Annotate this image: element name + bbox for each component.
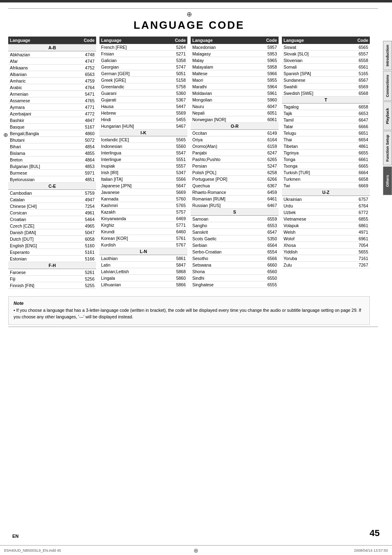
table-row: Armenian5471	[8, 91, 96, 97]
table-row: Laothian5861	[99, 255, 187, 262]
table-row: Tatar6666	[282, 123, 370, 130]
table-row: Italian [ITA]5566	[99, 176, 187, 182]
col-divider-2	[187, 37, 191, 289]
page-number: 45	[370, 528, 380, 539]
section-or: O-R	[191, 123, 279, 130]
reg-mark-left-top: ⊕	[3, 131, 8, 138]
table-row: Gujarati5367	[99, 97, 187, 103]
table-row: Korean [KOR]5761	[99, 235, 187, 242]
table-row: Japanese [JPN]5647	[99, 182, 187, 189]
table-row: Sesotho6566	[191, 255, 279, 262]
section-ik: I-K	[99, 129, 187, 136]
table-row: Czech [CZE]4965	[8, 223, 96, 229]
table-row: Arabic4764	[8, 84, 96, 91]
sidebar-tab-connections[interactable]: Connections	[383, 71, 392, 101]
section-s: S	[191, 209, 279, 216]
language-column-3: Language Code Macedonian5957 Malagasy595…	[191, 37, 279, 289]
table-row: Irish [IRI]5347	[99, 169, 187, 176]
bottom-left-text: E5H40UD_NB500SL9_EN.indd 45	[4, 548, 61, 553]
col4-lang-header: Language	[282, 37, 344, 44]
note-section: Note • If you choose a language that has…	[8, 296, 370, 325]
table-row: Inupiak5557	[99, 163, 187, 169]
bottom-reg-mark: ⊕	[194, 547, 198, 554]
table-row: Tagalog6658	[282, 104, 370, 110]
table-row: Nauru6047	[191, 103, 279, 110]
table-row: Zulu7267	[282, 262, 370, 268]
language-column-4: Language Code Siswat6565 Slovak [SLO]655…	[282, 37, 370, 289]
table-row: Afrikaans4752	[8, 64, 96, 71]
table-row: Bislama4855	[8, 150, 96, 157]
note-text: • If you choose a language that has a 3-…	[14, 307, 364, 320]
table-row: Interlingua5547	[99, 150, 187, 156]
top-decorative-line	[0, 0, 392, 2]
table-row: Tajik6653	[282, 110, 370, 117]
col1-code-header: Code	[70, 37, 96, 44]
table-row: Bulgarian [BUL]4853	[8, 163, 96, 170]
table-row: Nepali6051	[191, 110, 279, 116]
table-row: Romanian [RUM]6461	[191, 196, 279, 202]
table-row: Tonga6661	[282, 156, 370, 163]
top-border-line	[8, 8, 378, 9]
table-row: Catalan4947	[8, 196, 96, 203]
language-table-3: Language Code Macedonian5957 Malagasy595…	[191, 37, 279, 288]
table-row: Turkmen6658	[282, 176, 370, 182]
table-row: Faroese5261	[8, 269, 96, 276]
table-row: Lithuanian5866	[99, 281, 187, 288]
table-row: Tamil6647	[282, 117, 370, 123]
table-row: Xhosa7054	[282, 242, 370, 249]
page-container: Introduction Connections Playback Functi…	[0, 0, 392, 555]
table-row: Georgian5747	[99, 64, 187, 70]
table-row: Sanskrit6547	[191, 229, 279, 235]
col3-lang-header: Language	[191, 37, 255, 44]
table-row: Telugu6651	[282, 130, 370, 136]
table-row: Bihari4854	[8, 143, 96, 150]
table-row: Abkhazian4748	[8, 51, 96, 58]
table-row: Slovenian6558	[282, 57, 370, 64]
table-row: Finnish [FIN]5255	[8, 282, 96, 289]
table-row: Tsonga6665	[282, 163, 370, 169]
sidebar-tab-playback[interactable]: Playback	[383, 101, 392, 130]
table-row: Chinese [CHI]7254	[8, 203, 96, 210]
table-row: Malay5965	[191, 57, 279, 64]
language-table-2: Language Code French [FRE]5264 Frisian52…	[99, 37, 187, 288]
table-row: Swahili6569	[282, 83, 370, 90]
table-row: Azerbaijani4772	[8, 111, 96, 117]
table-row: Ukrainian6757	[282, 196, 370, 203]
sidebar-tab-others[interactable]: Others	[383, 166, 392, 195]
table-row: Fiji5256	[8, 276, 96, 282]
table-row: Latvian;Lettish5868	[99, 268, 187, 275]
section-t: T	[282, 97, 370, 104]
table-row: Yiddish5655	[282, 249, 370, 255]
table-row: Volapuk6861	[282, 222, 370, 229]
col3-code-header: Code	[255, 37, 279, 44]
main-content: ⊕ LANGUAGE CODE Language Code A-B	[0, 0, 382, 335]
table-row: Persian5247	[191, 163, 279, 169]
table-row: Javanese5669	[99, 189, 187, 196]
sidebar-tab-function-setup[interactable]: Function Setup	[383, 131, 392, 166]
table-row: Urdu6764	[282, 203, 370, 209]
table-row: Bhutani5072	[8, 137, 96, 143]
table-row: Sangho6553	[191, 222, 279, 229]
bottom-right-text: 2008/04/14 13:57:50	[354, 548, 388, 553]
table-row: Latin5847	[99, 262, 187, 268]
table-row: Kazakh5757	[99, 209, 187, 215]
col1-lang-header: Language	[8, 37, 70, 44]
table-row: Breton4864	[8, 157, 96, 163]
language-table-1: Language Code A-B Abkhazian4748 Afar4747…	[8, 37, 96, 289]
table-row: Turkish [TUR]6664	[282, 169, 370, 176]
table-row: Quechua6367	[191, 182, 279, 189]
col-divider-1	[96, 37, 99, 289]
table-row: Russian [RUS]6467	[191, 202, 279, 209]
table-row: Scots Gaelic5350	[191, 235, 279, 242]
table-row: Basque5167	[8, 124, 96, 130]
table-row: Byelorussian4851	[8, 176, 96, 183]
sidebar-tab-introduction[interactable]: Introduction	[383, 41, 392, 70]
bottom-bar: E5H40UD_NB500SL9_EN.indd 45 ⊕ 2008/04/14…	[0, 545, 392, 555]
language-table-wrapper: Language Code A-B Abkhazian4748 Afar4747…	[8, 37, 370, 289]
bottom-border-line	[8, 327, 378, 327]
table-row: Icelandic [ICE]5565	[99, 136, 187, 143]
table-row: Twi6669	[282, 182, 370, 189]
table-row: Maori5955	[191, 77, 279, 83]
table-row: Malayalam5958	[191, 64, 279, 70]
table-row: Croatian5464	[8, 216, 96, 223]
